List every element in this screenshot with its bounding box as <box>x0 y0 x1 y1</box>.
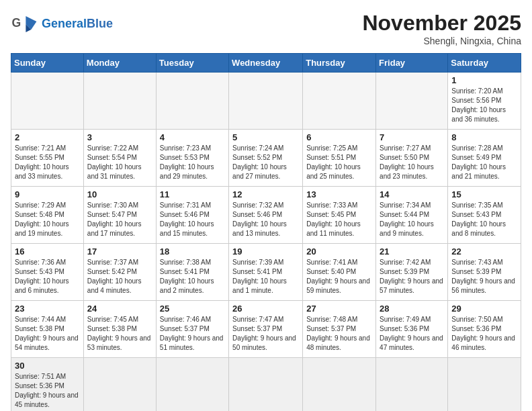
logo: G GeneralBlue <box>11 11 113 38</box>
calendar-table: SundayMondayTuesdayWednesdayThursdayFrid… <box>11 53 521 411</box>
day-number: 9 <box>15 189 80 199</box>
calendar-header-row: SundayMondayTuesdayWednesdayThursdayFrid… <box>11 54 521 73</box>
calendar-cell: 27Sunrise: 7:48 AMSunset: 5:37 PMDayligh… <box>303 301 376 358</box>
day-info: Sunrise: 7:25 AMSunset: 5:51 PMDaylight:… <box>306 144 372 181</box>
week-row-2: 2Sunrise: 7:21 AMSunset: 5:55 PMDaylight… <box>11 130 521 187</box>
day-number: 20 <box>306 246 372 257</box>
day-number: 30 <box>15 361 80 371</box>
day-info: Sunrise: 7:39 AMSunset: 5:41 PMDaylight:… <box>232 258 299 295</box>
day-info: Sunrise: 7:27 AMSunset: 5:50 PMDaylight:… <box>380 144 444 181</box>
day-number: 18 <box>160 246 225 257</box>
day-number: 2 <box>15 132 80 142</box>
day-info: Sunrise: 7:37 AMSunset: 5:42 PMDaylight:… <box>87 258 152 295</box>
calendar-cell: 3Sunrise: 7:22 AMSunset: 5:54 PMDaylight… <box>83 130 156 187</box>
calendar-cell <box>156 358 228 412</box>
location: Shengli, Ningxia, China <box>362 36 521 46</box>
day-info: Sunrise: 7:22 AMSunset: 5:54 PMDaylight:… <box>87 144 152 181</box>
calendar-cell: 2Sunrise: 7:21 AMSunset: 5:55 PMDaylight… <box>11 130 84 187</box>
day-info: Sunrise: 7:46 AMSunset: 5:37 PMDaylight:… <box>160 315 225 353</box>
day-number: 4 <box>160 132 225 142</box>
day-number: 1 <box>451 75 517 85</box>
day-number: 13 <box>306 189 372 199</box>
calendar-cell: 9Sunrise: 7:29 AMSunset: 5:48 PMDaylight… <box>11 187 84 244</box>
day-info: Sunrise: 7:43 AMSunset: 5:39 PMDaylight:… <box>451 258 517 295</box>
day-number: 17 <box>87 246 152 257</box>
day-header-wednesday: Wednesday <box>229 54 303 73</box>
day-info: Sunrise: 7:41 AMSunset: 5:40 PMDaylight:… <box>306 258 372 295</box>
calendar-cell <box>229 73 303 130</box>
calendar-cell: 16Sunrise: 7:36 AMSunset: 5:43 PMDayligh… <box>11 244 84 301</box>
day-number: 19 <box>232 246 299 257</box>
calendar-cell: 19Sunrise: 7:39 AMSunset: 5:41 PMDayligh… <box>229 244 303 301</box>
day-info: Sunrise: 7:29 AMSunset: 5:48 PMDaylight:… <box>15 201 80 238</box>
calendar-cell: 10Sunrise: 7:30 AMSunset: 5:47 PMDayligh… <box>83 187 156 244</box>
calendar-cell: 21Sunrise: 7:42 AMSunset: 5:39 PMDayligh… <box>376 244 448 301</box>
calendar-cell <box>11 73 84 130</box>
day-header-sunday: Sunday <box>11 54 84 73</box>
calendar-cell: 13Sunrise: 7:33 AMSunset: 5:45 PMDayligh… <box>303 187 376 244</box>
week-row-5: 23Sunrise: 7:44 AMSunset: 5:38 PMDayligh… <box>11 301 521 358</box>
day-number: 28 <box>380 304 444 314</box>
day-number: 12 <box>232 189 299 199</box>
day-number: 14 <box>380 189 444 199</box>
day-info: Sunrise: 7:23 AMSunset: 5:53 PMDaylight:… <box>160 144 225 181</box>
day-info: Sunrise: 7:28 AMSunset: 5:49 PMDaylight:… <box>451 144 517 181</box>
calendar-cell: 28Sunrise: 7:49 AMSunset: 5:36 PMDayligh… <box>376 301 448 358</box>
calendar-cell: 23Sunrise: 7:44 AMSunset: 5:38 PMDayligh… <box>11 301 84 358</box>
calendar-cell: 5Sunrise: 7:24 AMSunset: 5:52 PMDaylight… <box>229 130 303 187</box>
calendar-cell: 22Sunrise: 7:43 AMSunset: 5:39 PMDayligh… <box>448 244 521 301</box>
day-number: 27 <box>306 304 372 314</box>
calendar-cell <box>303 358 376 412</box>
week-row-6: 30Sunrise: 7:51 AMSunset: 5:36 PMDayligh… <box>11 358 521 412</box>
day-header-monday: Monday <box>83 54 156 73</box>
day-info: Sunrise: 7:42 AMSunset: 5:39 PMDaylight:… <box>380 258 444 295</box>
day-header-tuesday: Tuesday <box>156 54 228 73</box>
calendar-cell: 26Sunrise: 7:47 AMSunset: 5:37 PMDayligh… <box>229 301 303 358</box>
month-title: November 2025 <box>362 11 521 36</box>
calendar-cell <box>83 358 156 412</box>
calendar-cell <box>448 358 521 412</box>
day-number: 6 <box>306 132 372 142</box>
logo-blue: Blue <box>87 17 113 30</box>
calendar-cell: 29Sunrise: 7:50 AMSunset: 5:36 PMDayligh… <box>448 301 521 358</box>
day-number: 29 <box>451 304 517 314</box>
day-info: Sunrise: 7:36 AMSunset: 5:43 PMDaylight:… <box>15 258 80 295</box>
calendar-cell: 14Sunrise: 7:34 AMSunset: 5:44 PMDayligh… <box>376 187 448 244</box>
week-row-1: 1Sunrise: 7:20 AMSunset: 5:56 PMDaylight… <box>11 73 521 130</box>
day-number: 26 <box>232 304 299 314</box>
day-header-thursday: Thursday <box>303 54 376 73</box>
day-info: Sunrise: 7:30 AMSunset: 5:47 PMDaylight:… <box>87 201 152 238</box>
day-number: 11 <box>160 189 225 199</box>
calendar-cell <box>156 73 228 130</box>
day-number: 21 <box>380 246 444 257</box>
day-info: Sunrise: 7:20 AMSunset: 5:56 PMDaylight:… <box>451 87 517 124</box>
day-number: 5 <box>232 132 299 142</box>
calendar-cell: 15Sunrise: 7:35 AMSunset: 5:43 PMDayligh… <box>448 187 521 244</box>
day-number: 15 <box>451 189 517 199</box>
calendar-cell: 6Sunrise: 7:25 AMSunset: 5:51 PMDaylight… <box>303 130 376 187</box>
day-info: Sunrise: 7:50 AMSunset: 5:36 PMDaylight:… <box>451 315 517 353</box>
day-info: Sunrise: 7:35 AMSunset: 5:43 PMDaylight:… <box>451 201 517 238</box>
calendar-cell <box>303 73 376 130</box>
day-info: Sunrise: 7:51 AMSunset: 5:36 PMDaylight:… <box>15 372 80 410</box>
day-header-saturday: Saturday <box>448 54 521 73</box>
day-number: 10 <box>87 189 152 199</box>
day-info: Sunrise: 7:38 AMSunset: 5:41 PMDaylight:… <box>160 258 225 295</box>
day-header-friday: Friday <box>376 54 448 73</box>
week-row-3: 9Sunrise: 7:29 AMSunset: 5:48 PMDaylight… <box>11 187 521 244</box>
day-info: Sunrise: 7:24 AMSunset: 5:52 PMDaylight:… <box>232 144 299 181</box>
day-number: 24 <box>87 304 152 314</box>
logo-text: GeneralBlue <box>42 17 113 31</box>
calendar-cell: 18Sunrise: 7:38 AMSunset: 5:41 PMDayligh… <box>156 244 228 301</box>
calendar-cell: 11Sunrise: 7:31 AMSunset: 5:46 PMDayligh… <box>156 187 228 244</box>
svg-text:G: G <box>12 16 21 30</box>
day-info: Sunrise: 7:31 AMSunset: 5:46 PMDaylight:… <box>160 201 225 238</box>
day-number: 25 <box>160 304 225 314</box>
title-block: November 2025 Shengli, Ningxia, China <box>362 11 521 46</box>
calendar-cell: 1Sunrise: 7:20 AMSunset: 5:56 PMDaylight… <box>448 73 521 130</box>
calendar-cell: 30Sunrise: 7:51 AMSunset: 5:36 PMDayligh… <box>11 358 84 412</box>
calendar-cell <box>376 358 448 412</box>
day-info: Sunrise: 7:32 AMSunset: 5:46 PMDaylight:… <box>232 201 299 238</box>
day-info: Sunrise: 7:47 AMSunset: 5:37 PMDaylight:… <box>232 315 299 353</box>
day-info: Sunrise: 7:45 AMSunset: 5:38 PMDaylight:… <box>87 315 152 353</box>
